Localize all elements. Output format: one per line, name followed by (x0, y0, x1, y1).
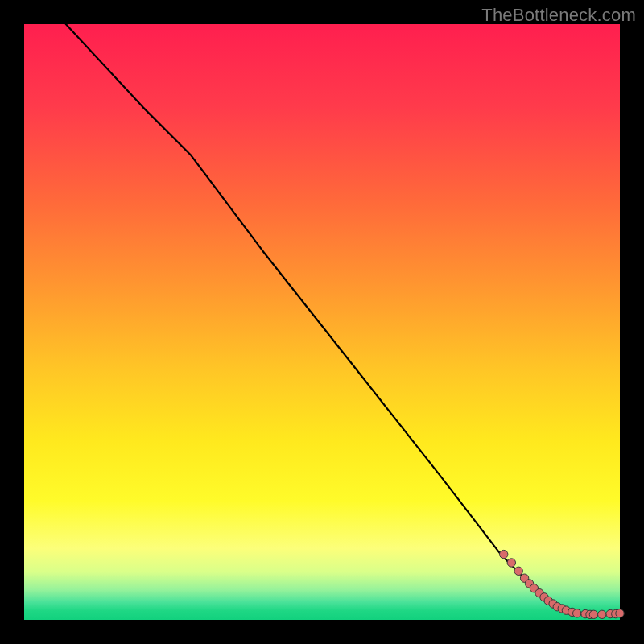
chart-plot-area (24, 24, 620, 620)
chart-points (500, 550, 625, 618)
data-point (589, 610, 597, 618)
data-point (507, 559, 515, 567)
data-point (514, 567, 522, 575)
data-point (616, 609, 624, 617)
data-point (598, 610, 606, 618)
data-point (573, 609, 581, 617)
watermark-text: TheBottleneck.com (481, 5, 636, 26)
chart-curve (66, 24, 620, 615)
data-point (500, 550, 508, 558)
chart-frame: TheBottleneck.com (0, 0, 644, 644)
chart-svg (24, 24, 620, 620)
